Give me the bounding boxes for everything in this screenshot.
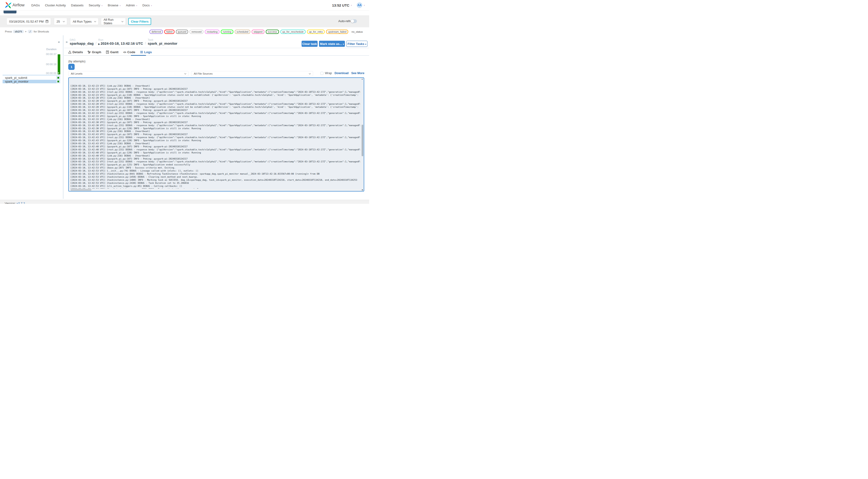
- log-line: [2024-03-18, 13:42:33 UTC] {pyspark_pi.p…: [70, 109, 361, 112]
- chevron-down-icon: [94, 20, 96, 22]
- log-output-panel[interactable]: [2024-03-18, 13:42:23 UTC] {job.py:216} …: [68, 77, 364, 192]
- status-badge[interactable]: scheduled: [235, 30, 250, 34]
- run-value-wrap[interactable]: ▶2024-03-18, 13:42:16 UTC: [98, 41, 143, 45]
- expand-panel-icon[interactable]: »: [66, 40, 68, 44]
- panel-divider[interactable]: [63, 35, 64, 199]
- caret-down-icon: ▾: [365, 43, 366, 45]
- nav-item[interactable]: Datasets: [71, 3, 84, 7]
- task-value[interactable]: spark_pi_monitor: [148, 41, 178, 45]
- breadcrumb-dag[interactable]: DAG sparkapp_dag: [70, 38, 94, 45]
- top-navbar: Airflow DAGsCluster ActivityDatasetsSecu…: [0, 0, 369, 10]
- status-badge[interactable]: no_status: [350, 30, 365, 34]
- task-row[interactable]: spark_pi_monitor: [3, 80, 60, 83]
- log-level-select[interactable]: All Levels: [68, 71, 189, 76]
- tab-code[interactable]: <> Code: [123, 50, 135, 54]
- status-badge[interactable]: restarting: [205, 30, 219, 34]
- num-runs-select[interactable]: 25: [54, 18, 67, 25]
- wrap-checkbox[interactable]: [320, 72, 323, 75]
- tab-graph[interactable]: Graph: [88, 50, 101, 54]
- run-states-select[interactable]: All Run States: [101, 18, 126, 25]
- tab-label: Graph: [92, 50, 101, 54]
- base-date-input[interactable]: 03/18/2024, 01:52:47 PM: [7, 18, 51, 25]
- status-badge[interactable]: queued: [176, 30, 188, 34]
- airflow-logo[interactable]: Airflow: [5, 2, 25, 9]
- slash-key-badge: /: [28, 30, 32, 33]
- tab-gantt[interactable]: Gantt: [106, 50, 118, 54]
- log-line: [2024-03-18, 13:42:53 UTC] {cli_action_l…: [70, 185, 361, 188]
- status-badge[interactable]: upstream_failed: [326, 30, 348, 34]
- clear-task-button[interactable]: Clear task: [302, 41, 318, 47]
- clock-caret-icon: ▾: [351, 4, 352, 7]
- nav-item[interactable]: Security: [89, 3, 103, 7]
- log-line: [2024-03-18, 13:42:38 UTC] {rest.py:231}…: [70, 124, 361, 127]
- clear-filters-button[interactable]: Clear Filters: [128, 18, 151, 25]
- dag-value[interactable]: sparkapp_dag: [70, 41, 94, 45]
- task-label: Task: [148, 38, 178, 41]
- status-badge[interactable]: deferred: [150, 30, 163, 34]
- caret-down-icon: ▾: [343, 43, 344, 45]
- horizontal-scrollbar-thumb[interactable]: [71, 189, 91, 191]
- file-source-select[interactable]: All File Sources: [191, 71, 313, 76]
- chevron-down-icon: [63, 20, 65, 22]
- collapse-sidebar-icon[interactable]: «: [58, 40, 60, 44]
- utc-clock[interactable]: 13:52 UTC: [332, 3, 349, 7]
- auto-refresh-toggle[interactable]: [350, 19, 357, 23]
- task-row[interactable]: spark_pi_submit: [3, 76, 60, 79]
- log-line: [2024-03-18, 13:42:43 UTC] {rest.py:231}…: [70, 136, 361, 139]
- calendar-icon[interactable]: [46, 20, 48, 23]
- log-line: [2024-03-18, 13:42:53 UTC] {pyspark_pi.p…: [70, 157, 361, 160]
- task-success-square: [57, 81, 59, 82]
- log-line: [2024-03-18, 13:42:38 UTC] {pyspark_pi.p…: [70, 127, 361, 130]
- status-badge[interactable]: up_for_reschedule: [280, 30, 306, 34]
- nav-item[interactable]: Cluster Activity: [45, 3, 66, 7]
- nav-item[interactable]: Docs: [143, 3, 152, 7]
- download-link[interactable]: Download: [335, 71, 349, 75]
- task-success-square: [57, 77, 59, 78]
- shortcuts-press: Press: [5, 30, 12, 33]
- task-name: spark_pi_monitor: [5, 80, 29, 83]
- user-avatar[interactable]: AA: [356, 2, 362, 8]
- log-line: [2024-03-18, 13:42:23 UTC] {job.py:216} …: [70, 85, 361, 88]
- log-line: [2024-03-18, 13:42:28 UTC] {job.py:216} …: [70, 96, 361, 99]
- graph-icon: [88, 51, 91, 54]
- axis-baseline-strip: [3, 74, 60, 76]
- mark-state-button[interactable]: Mark state as... ▾: [319, 41, 345, 47]
- nav-item[interactable]: DAGs: [31, 3, 40, 7]
- log-line: [2024-03-18, 13:42:38 UTC] {job.py:216} …: [70, 130, 361, 133]
- breadcrumb-task[interactable]: Task spark_pi_monitor: [148, 38, 178, 45]
- log-line: [2024-03-18, 13:42:23 UTC] {pyspark_pi.p…: [70, 88, 361, 91]
- run-types-select[interactable]: All Run Types: [70, 18, 98, 25]
- status-badge[interactable]: skipped: [252, 30, 265, 34]
- scroll-right-icon[interactable]: ▶: [362, 189, 363, 191]
- horizontal-scrollbar-track[interactable]: [69, 189, 361, 191]
- breadcrumb-run[interactable]: Run ▶2024-03-18, 13:42:16 UTC: [98, 38, 143, 45]
- run-duration-bar[interactable]: ▶: [58, 54, 60, 74]
- gantt-icon: [106, 51, 109, 54]
- scroll-up-icon[interactable]: ▲: [361, 78, 363, 80]
- task-status-cell[interactable]: [56, 80, 60, 83]
- tab-details[interactable]: Details: [68, 50, 83, 54]
- shortcuts-suffix: for Shortcuts: [34, 30, 49, 33]
- scrolled-button-remnant[interactable]: [3, 10, 17, 13]
- tab-logs[interactable]: Logs: [140, 50, 152, 54]
- nav-item[interactable]: Admin: [126, 3, 137, 7]
- tab-label: Details: [72, 50, 83, 54]
- status-badge[interactable]: removed: [189, 30, 204, 34]
- attempt-1-button[interactable]: 1: [68, 64, 74, 70]
- filter-tasks-label: Filter Tasks: [347, 42, 364, 45]
- task-list: spark_pi_submit spark_pi_monitor: [3, 76, 60, 84]
- status-badge[interactable]: success: [266, 30, 279, 34]
- status-badge[interactable]: running: [221, 30, 233, 34]
- details-triangle-icon: [68, 51, 71, 54]
- log-line: [2024-03-18, 13:42:33 UTC] {rest.py:231}…: [70, 112, 361, 115]
- see-more-link[interactable]: See More: [351, 71, 365, 75]
- axis-tick: 00:00:37: [31, 53, 57, 56]
- code-brackets-icon: <>: [123, 51, 126, 54]
- version-link[interactable]: v2.7.2: [17, 202, 25, 204]
- status-badge[interactable]: failed: [164, 30, 174, 34]
- status-badge[interactable]: up_for_retry: [307, 30, 324, 34]
- vertical-scrollbar-thumb[interactable]: [362, 125, 363, 156]
- filter-tasks-button[interactable]: Filter Tasks ▾: [346, 41, 368, 47]
- nav-item[interactable]: Browse: [108, 3, 121, 7]
- task-status-cell[interactable]: [56, 76, 60, 79]
